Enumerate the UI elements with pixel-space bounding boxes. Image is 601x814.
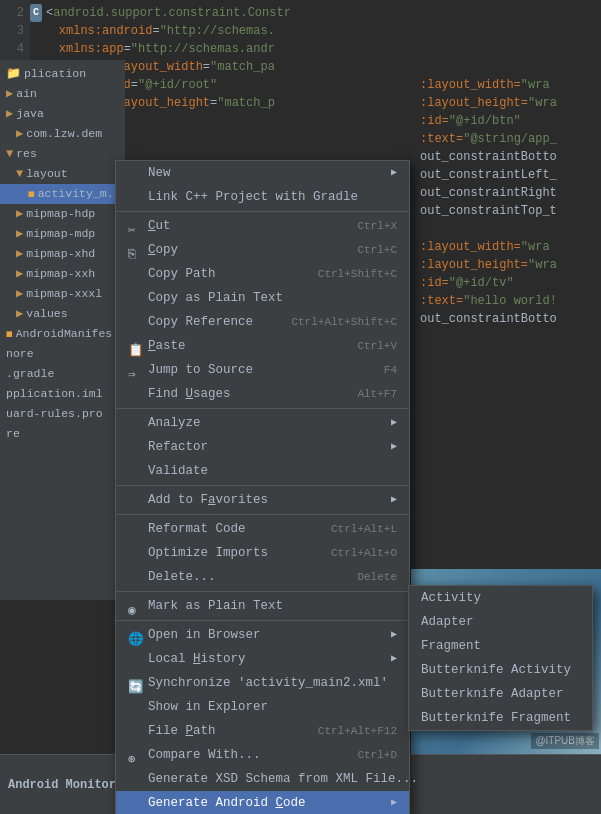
menu-item-copy-path[interactable]: Copy Path Ctrl+Shift+C xyxy=(116,262,409,286)
tree-item-manifest[interactable]: ◼AndroidManifes xyxy=(0,324,125,344)
menu-item-cut[interactable]: ✂ Cut Ctrl+X xyxy=(116,214,409,238)
separator-1 xyxy=(116,211,409,212)
tree-item-java[interactable]: ▶java xyxy=(0,104,125,124)
menu-item-validate[interactable]: Validate xyxy=(116,459,409,483)
analyze-icon xyxy=(128,416,142,430)
tree-item-main[interactable]: ▶ain xyxy=(0,84,125,104)
filepath-icon xyxy=(128,724,142,738)
refactor-icon xyxy=(128,440,142,454)
delete-icon xyxy=(128,570,142,584)
explorer-icon xyxy=(128,700,142,714)
menu-item-synchronize[interactable]: 🔄 Synchronize 'activity_main2.xml' xyxy=(116,671,409,695)
menu-item-compare[interactable]: ⊛ Compare With... Ctrl+D xyxy=(116,743,409,767)
submenu-item-butterknife-activity[interactable]: Butterknife Activity xyxy=(409,658,592,682)
menu-item-copy-plain[interactable]: Copy as Plain Text xyxy=(116,286,409,310)
watermark: @ITPUB博客 xyxy=(531,733,599,749)
compare-icon: ⊛ xyxy=(128,748,142,762)
separator-6 xyxy=(116,620,409,621)
submenu-arrow-favorites: ▶ xyxy=(391,488,397,512)
paste-icon: 📋 xyxy=(128,339,142,353)
tree-item-res[interactable]: ▼res xyxy=(0,144,125,164)
link-cpp-icon xyxy=(128,190,142,204)
tree-item-layout[interactable]: ▼layout xyxy=(0,164,125,184)
menu-item-link-cpp[interactable]: Link C++ Project with Gradle xyxy=(116,185,409,209)
submenu-item-fragment[interactable]: Fragment xyxy=(409,634,592,658)
tree-item-proguard[interactable]: uard-rules.pro xyxy=(0,404,125,424)
submenu-item-activity[interactable]: Activity xyxy=(409,586,592,610)
file-tree: 📁plication ▶ain ▶java ▶com.lzw.dem ▼res … xyxy=(0,60,125,600)
scissors-icon: ✂ xyxy=(128,219,142,233)
tree-item-mipmap-mdp[interactable]: ▶mipmap-mdp xyxy=(0,224,125,244)
optimize-icon xyxy=(128,546,142,560)
submenu-item-adapter[interactable]: Adapter xyxy=(409,610,592,634)
submenu-arrow-new: ▶ xyxy=(391,161,397,185)
tree-item-re[interactable]: re xyxy=(0,424,125,444)
tree-item-project[interactable]: 📁plication xyxy=(0,64,125,84)
android-monitor-label: Android Monitor xyxy=(8,778,116,792)
favorites-icon xyxy=(128,493,142,507)
xsd-icon xyxy=(128,772,142,786)
submenu-item-butterknife-adapter[interactable]: Butterknife Adapter xyxy=(409,682,592,706)
mark-icon: ◉ xyxy=(128,599,142,613)
submenu-android: Activity Adapter Fragment Butterknife Ac… xyxy=(408,585,593,731)
find-icon xyxy=(128,387,142,401)
menu-item-reformat[interactable]: Reformat Code Ctrl+Alt+L xyxy=(116,517,409,541)
tree-item-values[interactable]: ▶values xyxy=(0,304,125,324)
context-menu: New ▶ Link C++ Project with Gradle ✂ Cut… xyxy=(115,160,410,814)
submenu-arrow-history: ▶ xyxy=(391,647,397,671)
menu-item-find-usages[interactable]: Find Usages Alt+F7 xyxy=(116,382,409,406)
menu-item-file-path[interactable]: File Path Ctrl+Alt+F12 xyxy=(116,719,409,743)
submenu-arrow-android: ▶ xyxy=(391,791,397,814)
tree-item-mipmap-hdp[interactable]: ▶mipmap-hdp xyxy=(0,204,125,224)
tree-item-mipmap-xxh[interactable]: ▶mipmap-xxh xyxy=(0,264,125,284)
tree-item-gradle[interactable]: .gradle xyxy=(0,364,125,384)
menu-item-delete[interactable]: Delete... Delete xyxy=(116,565,409,589)
copy-path-icon xyxy=(128,267,142,281)
menu-item-paste[interactable]: 📋 Paste Ctrl+V xyxy=(116,334,409,358)
menu-item-local-history[interactable]: Local History ▶ xyxy=(116,647,409,671)
tree-item-mipmap-xxxl[interactable]: ▶mipmap-xxxl xyxy=(0,284,125,304)
tree-item-activity-main[interactable]: ◼activity_m... xyxy=(0,184,125,204)
history-icon xyxy=(128,652,142,666)
copy-plain-icon xyxy=(128,291,142,305)
copy-ref-icon xyxy=(128,315,142,329)
android-icon xyxy=(128,796,142,810)
copy-icon: ⎘ xyxy=(128,243,142,257)
menu-item-analyze[interactable]: Analyze ▶ xyxy=(116,411,409,435)
menu-item-refactor[interactable]: Refactor ▶ xyxy=(116,435,409,459)
separator-3 xyxy=(116,485,409,486)
validate-icon xyxy=(128,464,142,478)
separator-4 xyxy=(116,514,409,515)
submenu-item-butterknife-fragment[interactable]: Butterknife Fragment xyxy=(409,706,592,730)
separator-2 xyxy=(116,408,409,409)
menu-item-new[interactable]: New ▶ xyxy=(116,161,409,185)
menu-item-jump[interactable]: ⇒ Jump to Source F4 xyxy=(116,358,409,382)
sync-icon: 🔄 xyxy=(128,676,142,690)
new-icon xyxy=(128,166,142,180)
browser-icon: 🌐 xyxy=(128,628,142,642)
tree-item-iml[interactable]: pplication.iml xyxy=(0,384,125,404)
menu-item-open-browser[interactable]: 🌐 Open in Browser ▶ xyxy=(116,623,409,647)
submenu-arrow-refactor: ▶ xyxy=(391,435,397,459)
menu-item-mark-plain[interactable]: ◉ Mark as Plain Text xyxy=(116,594,409,618)
submenu-arrow-analyze: ▶ xyxy=(391,411,397,435)
reformat-icon xyxy=(128,522,142,536)
menu-item-copy[interactable]: ⎘ Copy Ctrl+C xyxy=(116,238,409,262)
tree-item-nore[interactable]: nore xyxy=(0,344,125,364)
menu-item-show-explorer[interactable]: Show in Explorer xyxy=(116,695,409,719)
menu-item-xsd[interactable]: Generate XSD Schema from XML File... xyxy=(116,767,409,791)
menu-item-optimize[interactable]: Optimize Imports Ctrl+Alt+O xyxy=(116,541,409,565)
menu-item-add-favorites[interactable]: Add to Favorites ▶ xyxy=(116,488,409,512)
menu-item-generate-android[interactable]: Generate Android Code ▶ xyxy=(116,791,409,814)
jump-icon: ⇒ xyxy=(128,363,142,377)
right-code-panel: :layout_width="wra :layout_height="wra :… xyxy=(420,4,601,328)
tree-item-package[interactable]: ▶com.lzw.dem xyxy=(0,124,125,144)
submenu-arrow-browser: ▶ xyxy=(391,623,397,647)
tree-item-mipmap-xhd[interactable]: ▶mipmap-xhd xyxy=(0,244,125,264)
menu-item-copy-ref[interactable]: Copy Reference Ctrl+Alt+Shift+C xyxy=(116,310,409,334)
separator-5 xyxy=(116,591,409,592)
